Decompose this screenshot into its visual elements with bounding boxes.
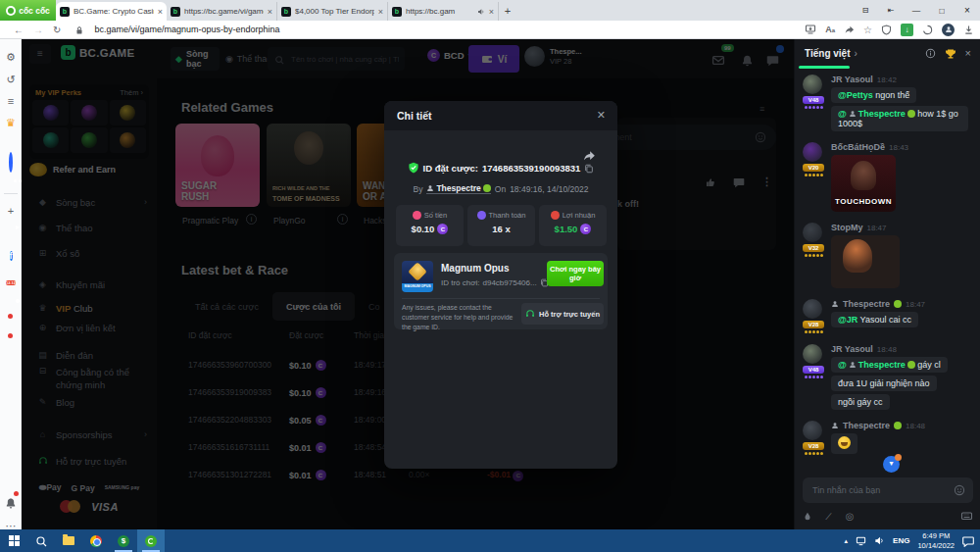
start-button[interactable] bbox=[0, 529, 27, 552]
gear-icon[interactable]: ⚙ bbox=[0, 47, 22, 65]
browser-tab[interactable]: b$4,000 Top Tier Endorphina× bbox=[277, 2, 388, 21]
plus-icon[interactable]: + bbox=[0, 201, 22, 219]
chrome-icon[interactable] bbox=[82, 529, 110, 552]
browser-tab[interactable]: bBC.Game: Crypto Casino Gan× bbox=[56, 2, 167, 21]
copy-icon[interactable] bbox=[584, 162, 594, 173]
chat-username[interactable]: StopMy18:47 bbox=[831, 223, 973, 232]
tab-close-icon[interactable]: × bbox=[378, 7, 383, 17]
shield-icon[interactable] bbox=[881, 24, 892, 35]
chat-username[interactable]: JR Yasoul18:42 bbox=[831, 75, 973, 84]
taskbar-search-icon[interactable] bbox=[27, 529, 55, 552]
coccoc-logo-icon bbox=[6, 6, 16, 16]
downloads-icon[interactable] bbox=[963, 24, 974, 35]
tab-favicon-icon: b bbox=[281, 7, 291, 17]
maximize-button[interactable]: □ bbox=[929, 6, 955, 16]
chat-bubble-row: @Pettys ngon thế bbox=[831, 84, 973, 103]
game-thumb-label: MAGNUM OPUS bbox=[402, 283, 433, 292]
chat-username[interactable]: Thespectre18:47 bbox=[831, 299, 973, 309]
clock[interactable]: 6:49 PM10/14/2022 bbox=[917, 531, 955, 551]
avatar[interactable] bbox=[803, 223, 822, 242]
translate-icon[interactable]: Aa bbox=[825, 25, 835, 34]
file-explorer-icon[interactable] bbox=[55, 529, 82, 552]
chat-image[interactable] bbox=[831, 235, 900, 288]
url-text[interactable]: bc.game/vi/game/magnum-opus-by-endorphin… bbox=[94, 25, 279, 34]
tab-close-icon[interactable]: × bbox=[158, 7, 163, 17]
coccoc-taskbar-icon[interactable] bbox=[137, 529, 165, 552]
scroll-to-bottom-button[interactable]: ▾ bbox=[883, 456, 900, 473]
minimize-button[interactable]: — bbox=[904, 6, 929, 16]
tab-favicon-icon: b bbox=[171, 7, 180, 17]
support-button[interactable]: Hỗ trợ trực tuyến bbox=[521, 303, 604, 325]
notification-center-icon[interactable] bbox=[962, 535, 974, 547]
stat-payout: Thanh toán16 x bbox=[467, 205, 535, 246]
avatar[interactable] bbox=[803, 344, 822, 364]
bcgame-app: ≡ b BC.GAME My VIP Perks Thêm › Refer an… bbox=[22, 39, 980, 529]
tab-close-icon[interactable]: × bbox=[268, 7, 272, 17]
rain-icon[interactable] bbox=[803, 511, 812, 522]
notifications-bell-icon[interactable] bbox=[0, 493, 22, 511]
avatar[interactable] bbox=[803, 75, 822, 94]
chat-close-icon[interactable]: × bbox=[965, 47, 971, 59]
vip-badge: V28 bbox=[803, 321, 824, 328]
trophy-icon[interactable] bbox=[945, 44, 956, 62]
avatar[interactable] bbox=[803, 421, 822, 440]
reload-button[interactable]: ↻ bbox=[53, 25, 61, 35]
chat-timestamp: 18:42 bbox=[877, 75, 897, 84]
save-page-icon[interactable] bbox=[805, 24, 816, 35]
new-tab-button[interactable]: + bbox=[499, 5, 516, 17]
chat-input-box[interactable] bbox=[803, 477, 973, 503]
bookmark-star-icon[interactable]: ☆ bbox=[863, 25, 872, 35]
zalo-icon[interactable] bbox=[0, 154, 22, 172]
mention-link[interactable]: @Pettys bbox=[838, 90, 873, 100]
facebook-icon[interactable]: f bbox=[0, 245, 22, 263]
network-icon[interactable] bbox=[856, 535, 866, 546]
modal-close-icon[interactable]: ✕ bbox=[597, 109, 606, 122]
avatar[interactable] bbox=[803, 142, 822, 162]
browser-tab[interactable]: bhttps://bc.game/vi/game/th× bbox=[167, 2, 277, 21]
chat-image[interactable]: TOUCHDOWN bbox=[831, 155, 896, 212]
chat-timestamp: 18:43 bbox=[889, 143, 908, 152]
profile-icon[interactable] bbox=[942, 24, 955, 36]
chat-username[interactable]: JR Yasoul18:48 bbox=[831, 344, 973, 354]
chat-message: V32StopMy18:47 bbox=[803, 223, 973, 288]
game-thumbnail[interactable]: MAGNUM OPUS bbox=[402, 261, 433, 292]
coinflip-icon[interactable]: ◎ bbox=[846, 511, 855, 522]
avatar[interactable] bbox=[803, 299, 822, 319]
history-icon[interactable]: ↺ bbox=[0, 70, 22, 87]
play-now-button[interactable]: Chơi ngay bây giờ bbox=[547, 261, 604, 286]
chat-username[interactable]: Thespectre18:48 bbox=[831, 421, 973, 430]
reading-list-icon[interactable]: ≡ bbox=[0, 91, 22, 109]
rules-icon[interactable]: ∕ bbox=[828, 511, 830, 522]
chat-language[interactable]: Tiếng việt bbox=[805, 48, 851, 59]
mention-link[interactable]: @Thespectre bbox=[838, 109, 915, 119]
forward-button[interactable]: → bbox=[33, 25, 43, 35]
keyboard-icon[interactable] bbox=[960, 510, 973, 522]
language-indicator[interactable]: ENG bbox=[893, 536, 909, 545]
coccoc-brand-button[interactable]: cốc cốc bbox=[0, 0, 56, 21]
shopee-icon[interactable]: 12.12 bbox=[0, 271, 22, 289]
person-icon bbox=[849, 361, 857, 369]
mention-link[interactable]: @Thespectre bbox=[838, 360, 915, 370]
mention-link[interactable]: @JR bbox=[838, 315, 858, 325]
support-note: Any issues, please contact the customer … bbox=[402, 303, 517, 332]
tab-close-icon[interactable]: × bbox=[489, 7, 494, 17]
adblock-swirl-icon[interactable] bbox=[922, 24, 933, 35]
tab-restore-icon[interactable]: ⇤ bbox=[878, 6, 904, 15]
chat-bubble-row bbox=[831, 430, 973, 454]
chat-emoji-icon[interactable] bbox=[954, 484, 965, 496]
share-icon[interactable] bbox=[844, 24, 855, 35]
close-button[interactable]: × bbox=[955, 5, 980, 16]
browser-tab[interactable]: bhttps://bc.gam× bbox=[388, 2, 499, 21]
vip-stars bbox=[803, 376, 824, 378]
finance-app-icon[interactable]: $ bbox=[110, 529, 137, 552]
download-manager-icon[interactable]: ↓ bbox=[901, 24, 913, 36]
tray-expand-icon[interactable]: ▴ bbox=[845, 537, 849, 545]
back-button[interactable]: ← bbox=[14, 25, 24, 35]
chat-username[interactable]: BốcBátHọDề18:43 bbox=[831, 142, 973, 152]
tab-search-icon[interactable]: ⊟ bbox=[853, 6, 878, 15]
crown-icon[interactable]: ♛ bbox=[0, 113, 22, 130]
chat-info-icon[interactable] bbox=[925, 44, 936, 62]
bettor-link[interactable]: Thespectre bbox=[426, 183, 490, 194]
chat-input[interactable] bbox=[810, 484, 948, 496]
volume-icon[interactable] bbox=[874, 535, 885, 546]
